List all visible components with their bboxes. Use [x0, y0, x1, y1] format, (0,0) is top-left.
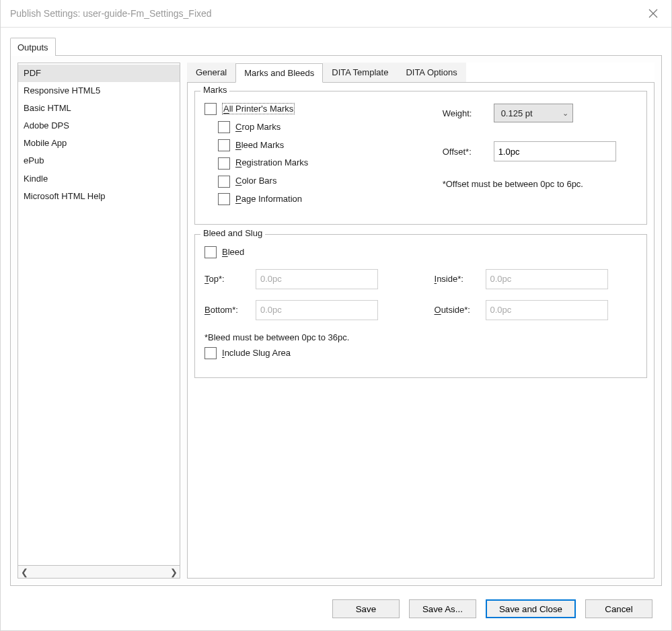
page-information-label: Page Information [235, 192, 302, 207]
color-bars-checkbox[interactable] [218, 176, 230, 188]
tab-dita-template[interactable]: DITA Template [323, 63, 397, 82]
color-bars-label: Color Bars [235, 174, 276, 188]
outputs-listbox[interactable]: PDF Responsive HTML5 Basic HTML Adobe DP… [17, 63, 180, 579]
button-label: Save [356, 604, 376, 614]
list-item[interactable]: Mobile App [18, 135, 180, 152]
list-item[interactable]: Kindle [18, 170, 180, 188]
bleed-legend: Bleed and Slug [200, 228, 265, 238]
include-slug-label: Include Slug Area [222, 346, 291, 361]
marks-legend: Marks [200, 85, 229, 95]
tab-label: Marks and Bleeds [244, 68, 314, 78]
list-item-label: Kindle [24, 174, 48, 184]
tab-general[interactable]: General [187, 63, 235, 82]
list-item-label: ePub [24, 155, 44, 165]
dialog-body: Outputs PDF Responsive HTML5 Basic HTML … [1, 28, 671, 630]
bottom-input[interactable] [256, 300, 378, 320]
offset-label: Offset*: [443, 147, 487, 157]
bleed-note: *Bleed must be between 0pc to 36pc. [204, 332, 637, 342]
titlebar: Publish Settings: user-guide-Fm_Settings… [1, 0, 671, 28]
top-input[interactable] [256, 269, 378, 289]
chevron-left-icon[interactable]: ❮ [18, 566, 30, 578]
outside-label: Outside*: [435, 305, 479, 315]
list-item-label: Adobe DPS [24, 120, 69, 131]
chevron-down-icon: ⌄ [562, 109, 568, 118]
bleed-checkbox[interactable] [204, 246, 217, 258]
bleed-label: Bleed [222, 246, 244, 260]
save-button[interactable]: Save [332, 599, 400, 618]
weight-label: Weight: [443, 108, 487, 118]
list-item-label: PDF [24, 68, 41, 78]
all-printers-marks-checkbox[interactable] [204, 103, 217, 115]
page-information-checkbox[interactable] [218, 193, 230, 205]
registration-marks-checkbox[interactable] [218, 157, 230, 170]
offset-note: *Offset must be between 0pc to 6pc. [443, 179, 637, 189]
tab-label: General [196, 67, 227, 77]
button-label: Save and Close [499, 604, 562, 614]
button-label: Cancel [605, 604, 633, 614]
include-slug-checkbox[interactable] [204, 347, 217, 359]
tab-dita-options[interactable]: DITA Options [397, 63, 465, 82]
publish-settings-dialog: Publish Settings: user-guide-Fm_Settings… [0, 0, 672, 631]
inside-label: Inside*: [435, 274, 479, 284]
list-item[interactable]: Microsoft HTML Help [18, 188, 180, 205]
outputs-list: PDF Responsive HTML5 Basic HTML Adobe DP… [18, 63, 180, 565]
crop-marks-label: Crop Marks [235, 120, 281, 135]
marks-group: Marks All Printer's Marks Crop Marks [194, 91, 647, 225]
list-item-label: Microsoft HTML Help [24, 191, 106, 201]
tab-label: DITA Template [332, 67, 388, 77]
tab-label: DITA Options [406, 67, 457, 77]
cancel-button[interactable]: Cancel [585, 599, 652, 618]
list-item-label: Responsive HTML5 [24, 85, 100, 96]
bleed-marks-label: Bleed Marks [235, 139, 284, 153]
list-item[interactable]: PDF [18, 65, 180, 82]
tab-outputs-label: Outputs [17, 42, 48, 52]
dialog-footer: Save Save As... Save and Close Cancel [10, 586, 662, 626]
save-as-button[interactable]: Save As... [409, 599, 476, 618]
top-label: Top*: [204, 274, 249, 284]
outside-input[interactable] [486, 300, 608, 320]
list-item-label: Basic HTML [24, 103, 71, 113]
inside-input[interactable] [486, 269, 608, 289]
list-item-label: Mobile App [24, 138, 67, 148]
window-title: Publish Settings: user-guide-Fm_Settings… [10, 8, 212, 19]
list-item[interactable]: Responsive HTML5 [18, 82, 180, 100]
settings-pane: General Marks and Bleeds DITA Template D… [187, 63, 655, 579]
save-and-close-button[interactable]: Save and Close [486, 599, 576, 618]
bottom-label: Bottom*: [204, 305, 249, 315]
tab-content: Marks All Printer's Marks Crop Marks [187, 83, 655, 579]
offset-input[interactable] [494, 141, 616, 161]
outputs-tabbar: Outputs [10, 37, 662, 55]
weight-value: 0.125 pt [501, 108, 533, 118]
list-item[interactable]: Basic HTML [18, 100, 180, 117]
all-printers-marks-label: All Printer's Marks [222, 102, 295, 116]
registration-marks-label: Registration Marks [235, 156, 308, 170]
crop-marks-checkbox[interactable] [218, 121, 230, 133]
outputs-tab-body: PDF Responsive HTML5 Basic HTML Adobe DP… [10, 55, 662, 586]
tab-outputs[interactable]: Outputs [10, 38, 56, 56]
chevron-right-icon[interactable]: ❯ [167, 566, 180, 578]
list-item[interactable]: ePub [18, 152, 180, 170]
list-item[interactable]: Adobe DPS [18, 117, 180, 135]
tab-marks-and-bleeds[interactable]: Marks and Bleeds [235, 63, 323, 83]
horizontal-scrollbar[interactable]: ❮ ❯ [18, 565, 180, 578]
button-label: Save As... [422, 604, 463, 614]
settings-tabbar: General Marks and Bleeds DITA Template D… [187, 63, 655, 83]
weight-dropdown[interactable]: 0.125 pt ⌄ [494, 104, 573, 122]
bleed-group: Bleed and Slug Bleed Top*: Inside*: [194, 234, 647, 379]
bleed-marks-checkbox[interactable] [218, 139, 230, 151]
close-icon[interactable] [644, 6, 662, 21]
